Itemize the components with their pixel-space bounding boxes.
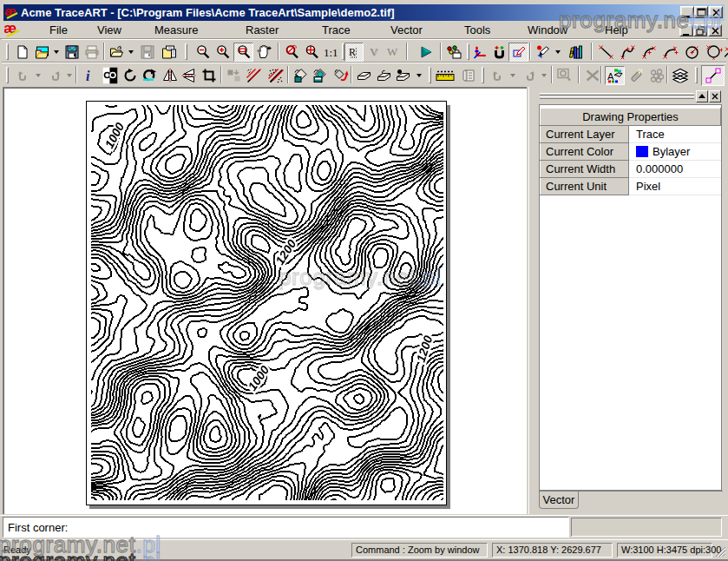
svg-text:A: A <box>569 50 574 56</box>
svg-text:W: W <box>387 46 398 58</box>
svg-text:1:1: 1:1 <box>324 46 338 58</box>
svg-text:A: A <box>607 71 614 82</box>
svg-text:i: i <box>86 69 90 83</box>
svg-text:R: R <box>349 46 356 58</box>
svg-text:V: V <box>370 46 378 58</box>
